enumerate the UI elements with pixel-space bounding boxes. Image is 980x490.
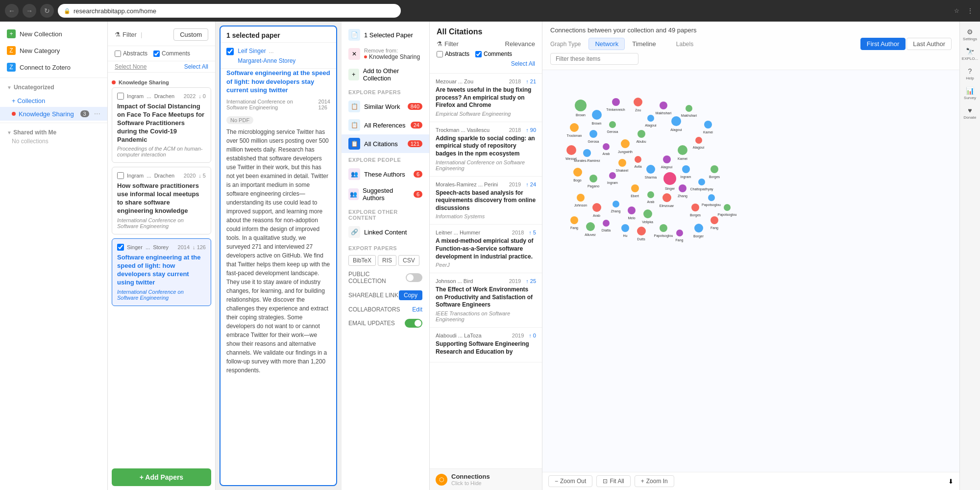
network-node[interactable] [704, 121, 712, 129]
network-node[interactable] [631, 184, 639, 192]
network-node[interactable] [570, 123, 579, 132]
filter-button[interactable]: ⚗ Filter [115, 31, 137, 38]
network-node[interactable] [589, 130, 597, 138]
email-updates-toggle[interactable] [405, 319, 422, 328]
citations-abstracts-checkbox[interactable] [437, 51, 443, 57]
network-node[interactable] [609, 121, 616, 128]
linked-content-action[interactable]: 🔗 Linked Content [342, 223, 429, 241]
select-all-button[interactable]: Select All [184, 63, 208, 70]
all-references-action[interactable]: 📋 All References 24 [342, 116, 429, 134]
paper-abstract[interactable]: The microblogging service Twitter has ov… [220, 128, 336, 485]
bibtex-button[interactable]: BibTeX [348, 255, 376, 266]
citations-comments-checkbox[interactable] [475, 51, 482, 57]
last-author-label-btn[interactable]: Last Author [906, 38, 952, 50]
comments-checkbox[interactable] [153, 51, 160, 57]
network-node[interactable] [710, 165, 718, 173]
forward-button[interactable]: → [23, 4, 36, 18]
network-node[interactable] [662, 193, 671, 202]
citation-card[interactable]: Leitner ... Hummer 2018 ↑ 5 A mixed-meth… [430, 225, 542, 273]
network-node[interactable] [678, 145, 687, 155]
citation-card[interactable]: Alaboudi ... LaToza 2019 ↑ 0 Supporting … [430, 328, 542, 362]
network-node[interactable] [691, 204, 699, 211]
paper-card-2[interactable]: Ingram ... Drachen 2020 ↓ 5 How software… [112, 167, 211, 234]
citation-card[interactable]: Johnson ... Bird 2019 ↑ 25 The Effect of… [430, 273, 542, 328]
collection-item[interactable]: + Collection [0, 95, 107, 107]
network-node[interactable] [566, 145, 576, 155]
back-button[interactable]: ← [5, 4, 19, 18]
network-node[interactable] [589, 175, 597, 182]
more-options-icon[interactable]: ··· [94, 109, 100, 118]
paper-1-checkbox[interactable] [117, 93, 124, 100]
network-node[interactable] [637, 130, 645, 138]
connect-zotero-button[interactable]: Z Connect to Zotero [0, 59, 107, 76]
network-node[interactable] [660, 102, 667, 109]
network-node[interactable] [634, 98, 642, 106]
network-node[interactable] [635, 156, 641, 163]
network-node[interactable] [663, 172, 676, 185]
network-node[interactable] [676, 230, 683, 236]
network-node[interactable] [586, 222, 595, 231]
network-node[interactable] [660, 224, 667, 232]
knowledge-sharing-item[interactable]: Knowledge Sharing 3 ··· [0, 107, 107, 121]
citation-card[interactable]: Trockman ... Vasilescu 2018 ↑ 90 Adding … [430, 122, 542, 177]
fit-all-button[interactable]: ⊡ Fit All [596, 475, 630, 487]
all-citations-action[interactable]: 📋 All Citations 121 [342, 134, 429, 153]
network-node[interactable] [724, 204, 731, 211]
network-graph[interactable]: BrownBrownTrinkenreichTrockmanGerosaGero… [542, 70, 959, 472]
network-node[interactable] [621, 224, 629, 232]
abstracts-checkbox-label[interactable]: Abstracts [115, 50, 147, 57]
network-node[interactable] [628, 206, 636, 214]
network-node[interactable] [573, 168, 582, 177]
connections-footer[interactable]: ⬡ Connections Click to Hide [430, 468, 542, 490]
citations-relevance[interactable]: Relevance [505, 40, 535, 48]
citations-filter-button[interactable]: ⚗ Filter [437, 40, 459, 48]
add-papers-button[interactable]: + Add Papers [112, 468, 211, 486]
network-node[interactable] [682, 165, 690, 173]
new-collection-button[interactable]: + New Collection [0, 26, 107, 42]
custom-button[interactable]: Custom [173, 28, 208, 41]
edit-link[interactable]: Edit [412, 306, 422, 313]
network-node[interactable] [570, 216, 578, 224]
donate-item[interactable]: ♥ Donate [961, 104, 979, 122]
network-node[interactable] [577, 194, 585, 202]
citation-card[interactable]: Morales-Ramirez ... Perini 2019 ↑ 24 Spe… [430, 177, 542, 225]
url-bar[interactable]: 🔒 researchrabbitapp.com/home [58, 4, 401, 18]
download-icon[interactable]: ⬇ [948, 478, 954, 485]
comments-checkbox-label[interactable]: Comments [153, 50, 190, 57]
network-node[interactable] [612, 98, 620, 106]
csv-button[interactable]: CSV [398, 255, 419, 266]
network-node[interactable] [686, 105, 692, 112]
network-node[interactable] [647, 191, 654, 198]
select-none-button[interactable]: Select None [115, 63, 147, 70]
abstracts-checkbox[interactable] [115, 51, 121, 57]
network-node[interactable] [708, 194, 715, 201]
network-node[interactable] [592, 110, 602, 120]
network-node[interactable] [609, 172, 616, 179]
detail-checkbox[interactable] [226, 48, 234, 55]
zoom-in-button[interactable]: + Zoom In [635, 475, 674, 487]
similar-work-action[interactable]: 📋 Similar Work 840 [342, 97, 429, 116]
network-filter-input[interactable] [550, 53, 638, 65]
paper-3-checkbox[interactable] [117, 244, 124, 251]
network-node[interactable] [592, 203, 601, 212]
paper-card-3[interactable]: Singer ... Storey 2014 ↓ 126 Software en… [112, 238, 211, 306]
refresh-button[interactable]: ↻ [40, 4, 54, 18]
network-node[interactable] [647, 115, 654, 122]
network-node[interactable] [646, 165, 655, 174]
explore-item[interactable]: 🔭 EXPLO... [961, 45, 979, 63]
network-node[interactable] [612, 201, 619, 207]
add-to-collection-action[interactable]: + Add to Other Collection [342, 64, 429, 85]
first-author-label-btn[interactable]: First Author [860, 38, 906, 50]
network-node[interactable] [637, 227, 646, 235]
timeline-tab[interactable]: Timeline [626, 38, 662, 50]
network-node[interactable] [603, 143, 610, 150]
these-authors-action[interactable]: 👥 These Authors 6 [342, 165, 429, 183]
network-node[interactable] [575, 100, 587, 111]
selected-paper-action[interactable]: 📄 1 Selected Paper [342, 26, 429, 44]
network-node[interactable] [663, 155, 671, 163]
star-icon[interactable]: ☆ [952, 6, 961, 16]
network-node[interactable] [583, 149, 591, 157]
remove-from-action[interactable]: ✕ Remove from: Knowledge Sharing [342, 44, 429, 64]
copy-button[interactable]: Copy [399, 290, 422, 300]
network-tab[interactable]: Network [588, 38, 625, 50]
